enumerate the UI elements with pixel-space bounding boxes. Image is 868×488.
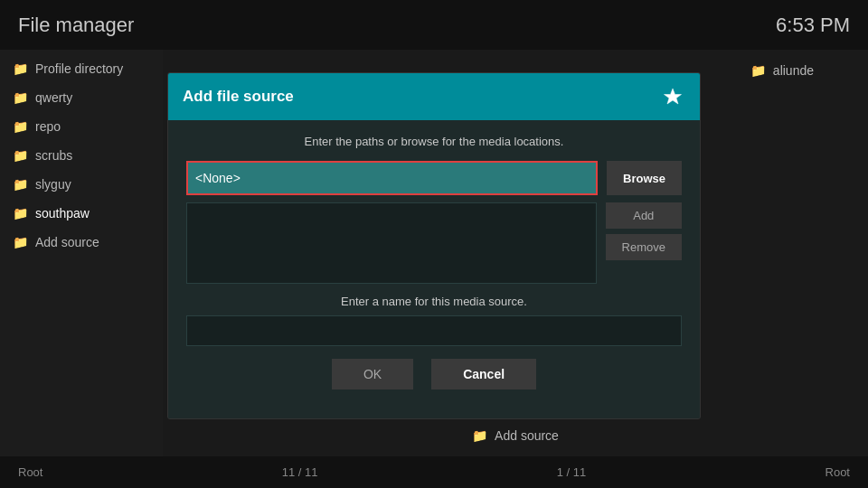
clock: 6:53 PM <box>776 14 850 37</box>
sidebar-item-repo[interactable]: 📁 repo <box>0 112 163 141</box>
add-button[interactable]: Add <box>606 202 682 229</box>
path-action-buttons: Add Remove <box>606 202 682 284</box>
sidebar-item-add-source[interactable]: 📁 Add source <box>0 228 163 257</box>
folder-icon: 📁 <box>472 428 487 443</box>
cancel-button[interactable]: Cancel <box>431 359 536 389</box>
name-instruction: Enter a name for this media source. <box>186 295 682 308</box>
dialog-title: Add file source <box>183 88 294 106</box>
folder-icon: 📁 <box>13 119 28 134</box>
path-input-container[interactable]: <None> <box>186 161 598 195</box>
browse-button[interactable]: Browse <box>607 161 682 195</box>
bottom-right-label: Root <box>826 465 850 479</box>
add-file-source-dialog: Add file source Enter the paths or brows… <box>167 72 701 419</box>
sidebar-item-scrubs[interactable]: 📁 scrubs <box>0 141 163 170</box>
path-list <box>186 202 597 284</box>
sidebar-item-label: qwerty <box>35 90 72 105</box>
remove-button[interactable]: Remove <box>606 234 682 260</box>
sidebar: 📁 Profile directory 📁 qwerty 📁 repo 📁 sc… <box>0 50 163 456</box>
folder-icon: 📁 <box>13 61 28 76</box>
close-icon[interactable] <box>660 84 685 109</box>
name-section: Enter a name for this media source. <box>186 295 682 346</box>
folder-icon: 📁 <box>13 235 28 249</box>
sidebar-item-label: Profile directory <box>35 61 123 76</box>
path-section: <None> Browse <box>186 161 682 195</box>
path-instruction: Enter the paths or browse for the media … <box>186 135 682 148</box>
folder-icon: 📁 <box>13 206 28 221</box>
dialog-footer: OK Cancel <box>186 359 682 404</box>
content-bottom-item: 📁 Add source <box>472 425 559 443</box>
sidebar-item-profile-directory[interactable]: 📁 Profile directory <box>0 54 163 83</box>
bottom-right-count: 1 / 11 <box>557 465 587 479</box>
sidebar-item-southpaw[interactable]: 📁 southpaw <box>0 199 163 228</box>
sidebar-item-label: Add source <box>35 235 99 249</box>
page-title: File manager <box>18 14 134 37</box>
bottom-left-count: 11 / 11 <box>282 465 318 479</box>
path-input-text: <None> <box>195 171 241 185</box>
content-top-item: 📁 aliunde <box>750 63 814 78</box>
name-input[interactable] <box>186 315 682 346</box>
folder-icon: 📁 <box>13 148 28 163</box>
dialog-body: Enter the paths or browse for the media … <box>168 120 700 418</box>
sidebar-item-label: repo <box>35 119 61 134</box>
folder-icon: 📁 <box>13 90 28 105</box>
path-list-area: Add Remove <box>186 202 682 284</box>
bottom-bar: Root 11 / 11 1 / 11 Root <box>0 456 868 488</box>
svg-marker-0 <box>665 89 682 104</box>
sidebar-item-slyguy[interactable]: 📁 slyguy <box>0 170 163 199</box>
header: File manager 6:53 PM <box>0 0 868 50</box>
bottom-left-label: Root <box>18 465 42 479</box>
sidebar-item-label: scrubs <box>35 148 72 163</box>
sidebar-item-label: slyguy <box>35 177 71 192</box>
sidebar-item-qwerty[interactable]: 📁 qwerty <box>0 83 163 112</box>
folder-icon: 📁 <box>750 63 766 78</box>
dialog-header: Add file source <box>168 73 700 120</box>
sidebar-item-label: southpaw <box>35 206 90 221</box>
ok-button[interactable]: OK <box>332 359 413 389</box>
folder-icon: 📁 <box>13 177 28 192</box>
